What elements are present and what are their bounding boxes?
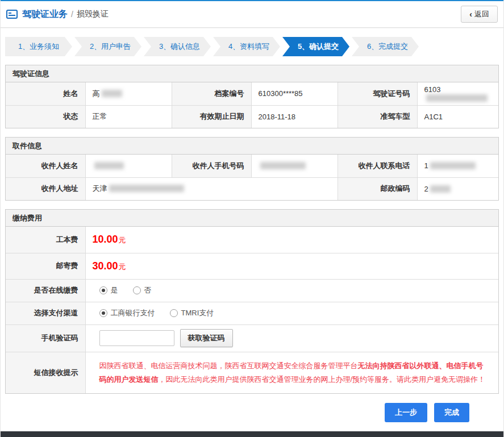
field-value-base-fee: 10.00元	[85, 227, 498, 253]
field-value-online-pay: 是 否	[85, 279, 498, 302]
field-value-pay-channel: 工商银行支付 TMRI支付	[85, 302, 498, 324]
sms-warning-text: 因陕西省联通、电信运营商技术问题，陕西省互联网交通安全综合服务管理平台无法向持陕…	[93, 352, 499, 393]
field-label-recipient-mobile: 收件人手机号码	[172, 155, 251, 177]
field-value-mail-fee: 30.00元	[85, 253, 498, 279]
field-value-vehicle-class: A1C1	[417, 105, 498, 128]
field-value-name: 高	[85, 82, 172, 105]
section-title: 缴纳费用	[6, 210, 498, 227]
section-title: 驾驶证信息	[6, 65, 498, 82]
captcha-input[interactable]	[99, 330, 174, 346]
step-wizard: 1、业务须知 2、用户申告 3、确认信息 4、资料填写 5、确认提交 6、完成提…	[5, 37, 499, 56]
fee-unit: 元	[119, 236, 126, 244]
radio-label: TMRI支付	[181, 308, 214, 318]
field-value-postal-code: 2	[417, 177, 498, 200]
radio-checked-icon[interactable]	[99, 309, 107, 317]
redacted-value	[430, 185, 451, 193]
field-label-recipient-name: 收件人姓名	[6, 155, 85, 177]
table-row: 是否在线缴费 是 否	[6, 279, 498, 302]
field-label-recipient-phone: 收件人联系电话	[338, 155, 417, 177]
radio-unchecked-icon[interactable]	[170, 309, 178, 317]
field-value-file-number: 610300****85	[251, 82, 338, 105]
breadcrumb-separator: /	[71, 10, 73, 19]
field-label-online-pay: 是否在线缴费	[6, 279, 85, 302]
field-label-recipient-address: 收件人地址	[6, 177, 85, 200]
warning-text-normal: 因陕西省联通、电信运营商技术问题，陕西省互联网交通安全综合服务管理平台	[99, 361, 358, 370]
value-text: 6103	[424, 85, 441, 94]
redacted-value	[430, 162, 476, 169]
page-header: 驾驶证业务 / 损毁换证 ‹ 返回	[1, 1, 503, 28]
step-6-finish-submit: 6、完成提交	[352, 37, 419, 56]
value-text: 正常	[93, 112, 107, 120]
table-row: 姓名 高 档案编号 610300****85 驾驶证号码 6103	[6, 82, 498, 105]
online-pay-no-option[interactable]: 否	[133, 285, 152, 296]
field-value-recipient-phone: 1	[417, 155, 498, 177]
field-label-sms-notice: 短信接收提示	[6, 352, 85, 393]
radio-label: 工商银行支付	[111, 308, 155, 318]
field-value-recipient-mobile	[251, 155, 338, 177]
field-value-sms-notice: 因陕西省联通、电信运营商技术问题，陕西省互联网交通安全综合服务管理平台无法向持陕…	[85, 352, 498, 393]
page-title: 驾驶证业务	[22, 9, 68, 20]
step-1-business-notice: 1、业务须知	[5, 37, 72, 56]
chevron-left-icon: ‹	[469, 10, 472, 18]
field-label-captcha: 手机验证码	[6, 324, 85, 352]
finish-button[interactable]: 完成	[434, 403, 469, 422]
table-row: 收件人姓名 收件人手机号码 收件人联系电话 1	[6, 155, 498, 177]
step-2-user-declaration: 2、用户申告	[74, 37, 141, 56]
redacted-value	[109, 185, 184, 192]
back-button[interactable]: ‹ 返回	[461, 6, 498, 23]
license-info-table: 姓名 高 档案编号 610300****85 驾驶证号码 6103 状态 正常 …	[6, 82, 498, 128]
section-title: 取件信息	[6, 138, 498, 155]
table-row: 状态 正常 有效期止日期 2018-11-18 准驾车型 A1C1	[6, 105, 498, 128]
warning-text-normal: ，因此无法向此类用户提供陕西省交通管理业务的网上办理/预约等服务。请此类用户避免…	[159, 375, 486, 384]
field-label-vehicle-class: 准驾车型	[338, 105, 417, 128]
step-5-confirm-submit: 5、确认提交	[282, 37, 349, 56]
pickup-info-section: 取件信息 收件人姓名 收件人手机号码 收件人联系电话 1 收件人地址 天津 邮政…	[5, 137, 499, 201]
previous-step-button[interactable]: 上一步	[385, 403, 427, 422]
id-card-icon	[6, 10, 18, 19]
value-text: 1	[424, 161, 428, 170]
back-button-label: 返回	[474, 9, 489, 19]
field-label-mail-fee: 邮寄费	[6, 253, 85, 279]
radio-unchecked-icon[interactable]	[133, 286, 141, 294]
redacted-value	[426, 94, 488, 102]
pickup-info-table: 收件人姓名 收件人手机号码 收件人联系电话 1 收件人地址 天津 邮政编码 2	[6, 155, 498, 200]
field-label-status: 状态	[6, 105, 85, 128]
table-row: 手机验证码 获取验证码	[6, 324, 498, 352]
online-pay-yes-option[interactable]: 是	[99, 285, 118, 296]
radio-checked-icon[interactable]	[99, 286, 107, 294]
field-label-postal-code: 邮政编码	[338, 177, 417, 200]
redacted-value	[102, 90, 122, 97]
fees-table: 工本费 10.00元 邮寄费 30.00元 是否在线缴费 是	[6, 227, 498, 393]
field-value-status: 正常	[85, 105, 172, 128]
channel-tmri-option[interactable]: TMRI支付	[170, 308, 214, 318]
radio-label: 是	[111, 285, 118, 296]
step-3-confirm-info: 3、确认信息	[144, 37, 211, 56]
field-label-expiry-date: 有效期止日期	[172, 105, 251, 128]
channel-icbc-option[interactable]: 工商银行支付	[99, 308, 155, 318]
field-value-recipient-name	[85, 155, 172, 177]
mail-fee-amount: 30.00	[93, 260, 118, 272]
radio-label: 否	[144, 285, 152, 296]
license-info-section: 驾驶证信息 姓名 高 档案编号 610300****85 驾驶证号码 6103 …	[5, 65, 499, 128]
value-text: 2018-11-18	[259, 113, 296, 121]
get-captcha-button[interactable]: 获取验证码	[180, 329, 233, 347]
field-label-base-fee: 工本费	[6, 227, 85, 253]
base-fee-amount: 10.00	[93, 234, 118, 245]
value-text: 2	[424, 185, 428, 193]
field-label-name: 姓名	[6, 82, 85, 105]
field-label-file-number: 档案编号	[172, 82, 251, 105]
value-text: 天津	[93, 184, 107, 193]
table-row: 工本费 10.00元	[6, 227, 498, 253]
footer-bar	[1, 431, 503, 437]
redacted-value	[94, 162, 124, 169]
redacted-value	[260, 162, 306, 169]
value-text: 高	[93, 89, 100, 98]
table-row: 短信接收提示 因陕西省联通、电信运营商技术问题，陕西省互联网交通安全综合服务管理…	[6, 352, 498, 393]
breadcrumb-current: 损毁换证	[77, 9, 109, 19]
step-4-fill-material: 4、资料填写	[213, 37, 280, 56]
table-row: 收件人地址 天津 邮政编码 2	[6, 177, 498, 200]
field-value-recipient-address: 天津	[85, 177, 338, 200]
fee-unit: 元	[119, 263, 126, 271]
value-text: 610300****85	[259, 89, 303, 98]
table-row: 邮寄费 30.00元	[6, 253, 498, 279]
